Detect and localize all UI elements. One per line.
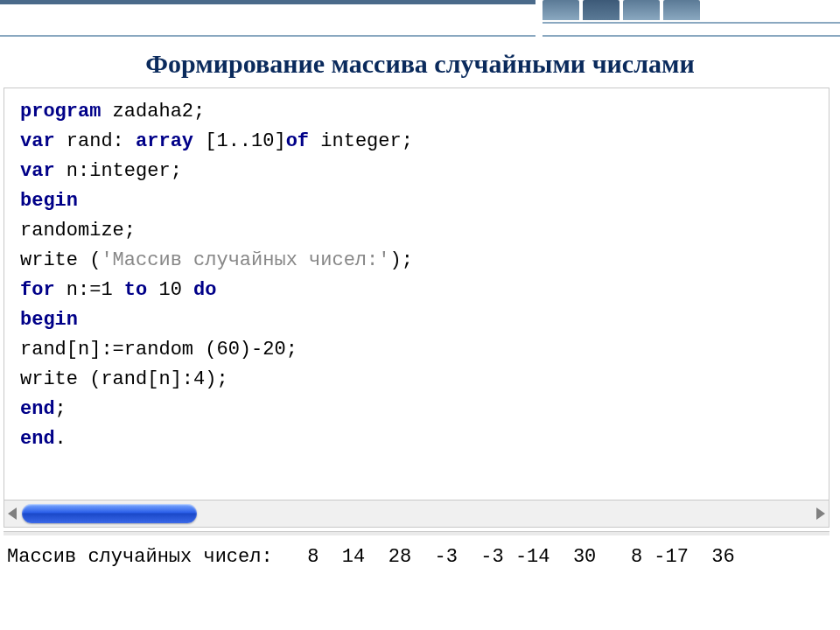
keyword: do xyxy=(193,279,216,301)
code-editor-panel: program zadaha2; var rand: array [1..10]… xyxy=(4,88,830,500)
keyword: to xyxy=(124,279,147,301)
code-text: [1..10] xyxy=(193,130,286,152)
header-tab xyxy=(623,0,660,20)
header-accent-line xyxy=(542,22,840,37)
code-text: 10 xyxy=(147,279,193,301)
code-text: randomize; xyxy=(20,220,136,242)
output-separator xyxy=(4,531,830,541)
keyword: var xyxy=(20,130,55,152)
code-text: n:integer; xyxy=(55,160,182,182)
output-label: Массив случайных чисел: xyxy=(7,546,273,568)
keyword: of xyxy=(286,130,309,152)
header-tab xyxy=(583,0,620,20)
code-text: write (rand[n]:4); xyxy=(20,368,228,390)
code-text: ); xyxy=(389,249,412,271)
header-accent-left xyxy=(0,0,536,37)
output-values: 8 14 28 -3 -3 -14 30 8 -17 36 xyxy=(273,546,735,568)
slide-title: Формирование массива случайными числами xyxy=(0,49,840,79)
header-tabs xyxy=(542,0,840,20)
scroll-left-icon[interactable] xyxy=(8,508,17,520)
keyword: end xyxy=(20,428,55,450)
keyword: var xyxy=(20,160,55,182)
horizontal-scrollbar[interactable] xyxy=(4,500,830,528)
code-text: zadaha2; xyxy=(101,101,205,122)
code-listing: program zadaha2; var rand: array [1..10]… xyxy=(4,88,829,463)
scroll-thumb[interactable] xyxy=(22,504,197,523)
code-text: rand: xyxy=(55,130,136,152)
code-text: ; xyxy=(55,398,66,420)
code-text: n:=1 xyxy=(55,279,124,301)
keyword: begin xyxy=(20,190,78,212)
header-tab xyxy=(542,0,579,20)
header-tab xyxy=(663,0,700,20)
keyword: program xyxy=(20,101,101,122)
code-text: write ( xyxy=(20,249,101,271)
keyword: begin xyxy=(20,309,78,331)
keyword: for xyxy=(20,279,55,301)
code-text: . xyxy=(55,428,66,450)
program-output: Массив случайных чисел: 8 14 28 -3 -3 -1… xyxy=(0,541,840,568)
slide-header xyxy=(0,0,840,37)
string-literal: 'Массив случайных чисел:' xyxy=(101,249,389,271)
code-text: integer; xyxy=(309,130,413,152)
code-text: rand[n]:=random (60)-20; xyxy=(20,339,298,360)
header-accent-right xyxy=(542,0,840,37)
scroll-right-icon[interactable] xyxy=(816,508,825,520)
keyword: array xyxy=(136,130,193,152)
keyword: end xyxy=(20,398,55,420)
